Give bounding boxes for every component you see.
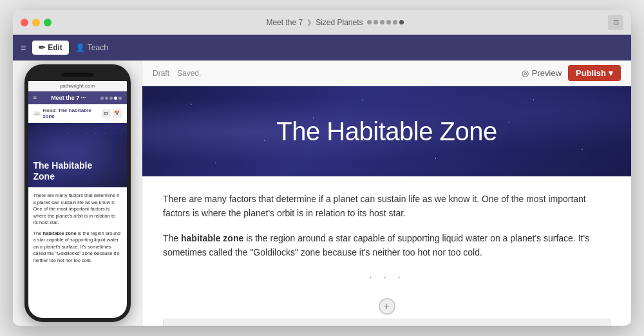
para2-prefix: The (163, 233, 181, 243)
traffic-lights (21, 19, 52, 26)
mobile-preview: pathwright.com ≡ Meet the 7 ··· 📖 (13, 61, 142, 326)
app-toolbar: ≡ ✏ ✏ Edit 👤 Teach (13, 35, 631, 61)
block-toolbar-label: Paragraph ▾ (170, 324, 212, 326)
pnd-1 (100, 97, 104, 100)
eye-icon: ◎ (522, 68, 529, 78)
editor-toolbar-right: ◎ Preview Publish ▾ (522, 65, 621, 81)
phone-step-text: Read: The habitable zone (43, 107, 99, 119)
publish-button[interactable]: Publish ▾ (568, 65, 621, 81)
divider-dots: · · · (163, 270, 611, 284)
teach-button[interactable]: 👤 Teach (75, 43, 108, 52)
phone-menu-icon: ≡ (33, 95, 37, 101)
phone-para2: The habitable zone is the region around … (33, 230, 122, 265)
phone-hero: The HabitableZone (28, 123, 127, 187)
notch-bar (61, 73, 93, 77)
preview-button[interactable]: ◎ Preview (522, 68, 562, 78)
publish-label: Publish (576, 68, 606, 78)
move-down-button[interactable]: ↓ (539, 322, 553, 326)
preview-label: Preview (532, 68, 562, 78)
phone-nav-title: Meet the 7 ··· (41, 95, 97, 101)
phone-nav: ≡ Meet the 7 ··· (28, 91, 127, 104)
phone-body: There are many factors that determine if… (28, 187, 127, 318)
book-icon: 📖 (33, 111, 40, 117)
dot-6 (399, 20, 404, 24)
dot-4 (386, 20, 391, 24)
phone-action-2[interactable]: 📅 (113, 109, 122, 118)
phone-step-row: 📖 Read: The habitable zone 🖼 📅 (28, 104, 127, 123)
content-para1: There are many factors that determine if… (163, 192, 601, 221)
saved-label: Saved. (177, 69, 201, 78)
phone-step-actions: 🖼 📅 (102, 109, 122, 118)
pnd-5 (118, 97, 122, 100)
content-area: pathwright.com ≡ Meet the 7 ··· 📖 (13, 61, 631, 326)
pnd-2 (105, 97, 108, 100)
chevron-icon: ▾ (208, 324, 212, 326)
phone-notch (28, 68, 127, 81)
pnd-3 (109, 97, 113, 100)
duplicate-button[interactable]: ⧉ (556, 322, 570, 326)
edit-button[interactable]: ✏ ✏ Edit (32, 41, 69, 55)
settings-button[interactable]: ⚙ (589, 322, 603, 326)
content-body: There are many factors that determine if… (142, 176, 631, 326)
progress-dots (367, 20, 404, 24)
editor-content: The Habitable Zone There are many factor… (142, 86, 631, 326)
add-block-button-top[interactable]: + (379, 298, 395, 315)
phone-hero-title: The HabitableZone (33, 160, 93, 182)
phone-nav-dots (100, 97, 122, 100)
move-up-button[interactable]: ↑ (522, 322, 536, 326)
hero-title: The Habitable Zone (276, 117, 497, 146)
dot-3 (380, 20, 384, 24)
editor-toolbar: Draft Saved. ◎ Preview Publish ▾ (142, 61, 631, 86)
draft-label: Draft (153, 69, 169, 78)
maximize-button[interactable] (44, 19, 52, 26)
dot-1 (367, 20, 372, 24)
minimize-button[interactable] (32, 19, 40, 26)
phone-para1: There are many factors that determine if… (33, 192, 122, 227)
title-left: Meet the 7 (266, 18, 303, 27)
browser-window: Meet the 7 ❯ Sized Planets ⊡ ≡ ✏ ✏ Edit … (13, 10, 631, 326)
chevron-icon: ❯ (307, 19, 312, 26)
person-icon: 👤 (75, 43, 85, 52)
content-hero[interactable]: The Habitable Zone (142, 86, 631, 176)
close-button[interactable] (21, 19, 28, 26)
expand-icon[interactable]: ⊡ (608, 15, 623, 30)
block-toolbar-actions: ↑ ↓ ⧉ 🗑 ⚙ (522, 322, 603, 326)
phone-frame: pathwright.com ≡ Meet the 7 ··· 📖 (24, 64, 131, 322)
dot-5 (393, 20, 397, 24)
delete-button[interactable]: 🗑 (573, 322, 587, 326)
editor-area: Draft Saved. ◎ Preview Publish ▾ (142, 61, 631, 326)
add-row-top: + (163, 294, 611, 319)
title-bar-center: Meet the 7 ❯ Sized Planets (62, 18, 608, 27)
title-right: Sized Planets (316, 18, 363, 27)
block-toolbar: Paragraph ▾ ↑ ↓ ⧉ 🗑 ⚙ (163, 319, 611, 326)
pnd-4 (114, 97, 117, 100)
menu-icon[interactable]: ≡ (21, 42, 26, 53)
phone-url-bar: pathwright.com (28, 81, 127, 91)
para2-bold: habitable zone (181, 233, 243, 243)
title-bar: Meet the 7 ❯ Sized Planets ⊡ (13, 10, 631, 35)
phone-action-1[interactable]: 🖼 (102, 109, 111, 118)
pencil-icon: ✏ (39, 43, 45, 52)
chevron-down-icon: ▾ (609, 68, 613, 78)
dot-2 (374, 20, 378, 24)
content-para2: The habitable zone is the region around … (163, 231, 601, 260)
